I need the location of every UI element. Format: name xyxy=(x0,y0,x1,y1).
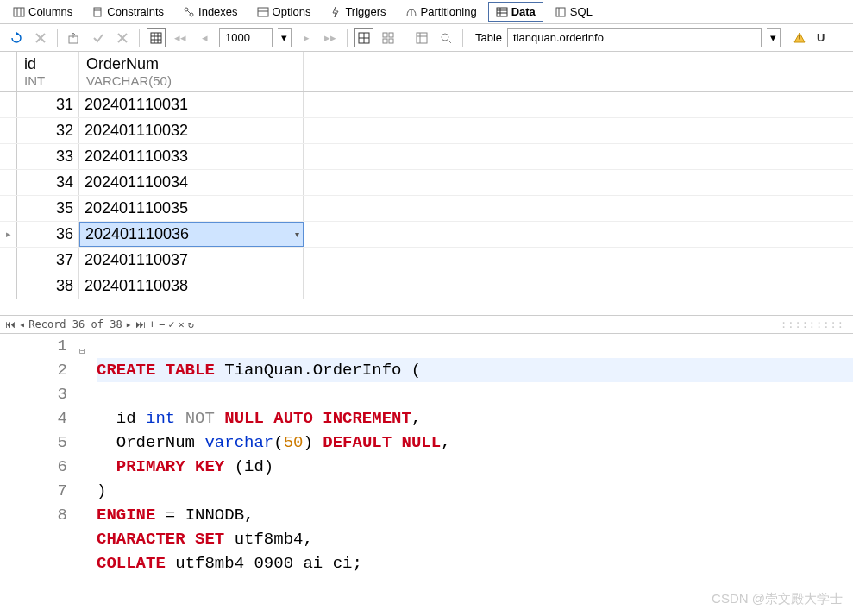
stop-button[interactable] xyxy=(31,28,50,47)
svg-text:!: ! xyxy=(799,34,801,43)
sql-kw: DEFAULT NULL xyxy=(313,433,441,452)
tab-constraints[interactable]: Constraints xyxy=(84,2,172,22)
tab-label: Triggers xyxy=(345,5,386,18)
grid-header-row: id INT OrderNum VARCHAR(50) xyxy=(0,52,853,92)
svg-rect-3 xyxy=(94,8,101,16)
sql-code[interactable]: CREATE TABLE TianQuan.OrderInfo ( id int… xyxy=(93,334,853,575)
svg-rect-22 xyxy=(151,33,161,43)
page-size-input[interactable] xyxy=(219,28,273,47)
table-row[interactable]: 31202401110031 xyxy=(0,92,853,118)
row-header-blank xyxy=(0,52,17,91)
nav-next-icon[interactable]: ▸ xyxy=(126,318,132,330)
separator xyxy=(139,29,140,47)
export-button[interactable] xyxy=(65,28,84,47)
cell-id[interactable]: 36 xyxy=(17,222,79,247)
sql-kw: CREATE TABLE xyxy=(97,361,215,380)
row-marker xyxy=(0,196,17,221)
cell-ordernum[interactable]: 202401110038 xyxy=(79,273,304,299)
tab-label: SQL xyxy=(570,5,593,18)
tab-columns[interactable]: Columns xyxy=(5,2,80,22)
cell-ordernum[interactable]: 202401110033 xyxy=(79,144,304,169)
table-row[interactable]: 37202401110037 xyxy=(0,248,853,273)
sql-kw: int xyxy=(146,409,175,428)
table-dropdown[interactable]: ▾ xyxy=(767,28,781,47)
filter-button[interactable] xyxy=(436,28,455,47)
watermark: CSDN @崇文殿大学士 xyxy=(712,591,843,607)
resize-grip-icon[interactable]: ::::::::: xyxy=(781,318,844,330)
tab-label: Indexes xyxy=(198,5,238,18)
cell-ordernum[interactable]: 202401110035 xyxy=(79,196,304,221)
tab-sql[interactable]: SQL xyxy=(547,2,600,22)
pivot-button[interactable] xyxy=(412,28,431,47)
refresh-button[interactable] xyxy=(7,28,26,47)
cell-id[interactable]: 37 xyxy=(17,248,79,273)
sql-kw: varchar xyxy=(204,433,273,452)
cell-id[interactable]: 31 xyxy=(17,92,79,117)
row-marker xyxy=(0,144,17,169)
row-marker: ▸ xyxy=(0,222,17,247)
rollback-button[interactable] xyxy=(113,28,132,47)
cell-id[interactable]: 35 xyxy=(17,196,79,221)
column-header-ordernum[interactable]: OrderNum VARCHAR(50) xyxy=(79,52,304,91)
cell-id[interactable]: 32 xyxy=(17,118,79,143)
table-row[interactable]: 34202401110034 xyxy=(0,170,853,196)
table-row[interactable]: ▸36202401110036 xyxy=(0,222,853,248)
view-cards-button[interactable] xyxy=(379,28,398,47)
table-row[interactable]: 35202401110035 xyxy=(0,196,853,222)
sql-text: utf8mb4_0900_ai_ci; xyxy=(166,554,362,573)
cell-ordernum[interactable]: 202401110031 xyxy=(79,92,304,117)
svg-rect-34 xyxy=(417,33,427,43)
svg-line-7 xyxy=(187,10,191,14)
table-row[interactable]: 33202401110033 xyxy=(0,144,853,170)
tab-indexes[interactable]: Indexes xyxy=(175,2,246,22)
constraints-icon xyxy=(91,6,103,18)
grid-mode-button[interactable] xyxy=(147,28,166,47)
nav-refresh-icon[interactable]: ↻ xyxy=(188,318,194,330)
next-page-button[interactable]: ▸ xyxy=(297,28,316,47)
data-icon xyxy=(496,6,508,18)
prev-page-button[interactable]: ◂ xyxy=(195,28,214,47)
nav-del-icon[interactable]: − xyxy=(159,318,165,330)
separator xyxy=(347,29,348,47)
sql-text: , xyxy=(441,433,450,452)
first-page-button[interactable]: ◂◂ xyxy=(171,28,190,47)
row-marker xyxy=(0,170,17,195)
cell-ordernum[interactable]: 202401110037 xyxy=(79,248,304,273)
cell-id[interactable]: 34 xyxy=(17,170,79,195)
table-row[interactable]: 38202401110038 xyxy=(0,273,853,299)
tab-partitioning[interactable]: Partitioning xyxy=(398,2,485,22)
partitioning-icon xyxy=(405,6,417,18)
sql-kw: PRIMARY KEY xyxy=(97,457,224,476)
table-row[interactable]: 32202401110032 xyxy=(0,118,853,144)
nav-last-icon[interactable]: ⏭ xyxy=(135,318,146,330)
nav-prev-icon[interactable]: ◂ xyxy=(19,318,25,330)
cell-id[interactable]: 38 xyxy=(17,273,79,299)
triggers-icon xyxy=(329,6,342,18)
tab-triggers[interactable]: Triggers xyxy=(322,2,393,22)
tab-options[interactable]: Options xyxy=(249,2,319,22)
column-header-id[interactable]: id INT xyxy=(17,52,79,91)
cell-ordernum[interactable]: 202401110036 xyxy=(79,222,304,247)
svg-rect-11 xyxy=(497,8,507,16)
data-toolbar: ◂◂ ◂ ▾ ▸ ▸▸ Table ▾ ! U xyxy=(0,24,853,52)
sql-text: OrderNum xyxy=(97,433,204,452)
row-marker xyxy=(0,248,17,273)
tab-data[interactable]: Data xyxy=(488,2,543,22)
sql-editor[interactable]: 1 2 3 4 5 6 7 8 ⊟ CREATE TABLE TianQuan.… xyxy=(0,334,853,575)
warning-icon: ! xyxy=(793,31,806,45)
table-select[interactable] xyxy=(507,28,762,47)
nav-commit-icon[interactable]: ✓ xyxy=(168,318,174,330)
commit-button[interactable] xyxy=(89,28,108,47)
last-page-button[interactable]: ▸▸ xyxy=(321,28,340,47)
cell-ordernum[interactable]: 202401110032 xyxy=(79,118,304,143)
fold-column[interactable]: ⊟ xyxy=(79,334,93,575)
nav-add-icon[interactable]: + xyxy=(149,318,155,330)
page-size-dropdown[interactable]: ▾ xyxy=(278,28,292,47)
view-grid-button[interactable] xyxy=(354,28,373,47)
nav-cancel-icon[interactable]: ✕ xyxy=(179,318,185,330)
cell-ordernum[interactable]: 202401110034 xyxy=(79,170,304,195)
cell-id[interactable]: 33 xyxy=(17,144,79,169)
sql-text: = INNODB, xyxy=(155,506,254,525)
nav-first-icon[interactable]: ⏮ xyxy=(5,318,16,330)
sql-text: (id) xyxy=(224,457,273,476)
